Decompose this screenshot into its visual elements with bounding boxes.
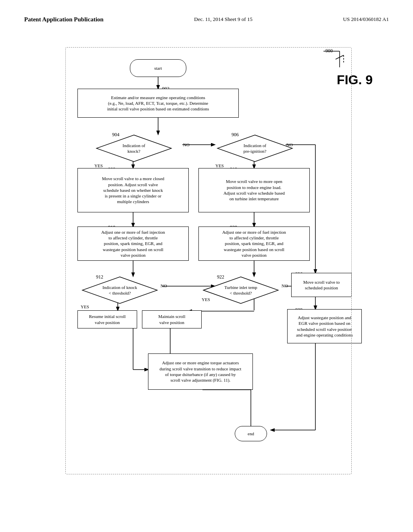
header: Patent Application Publication Dec. 11, … (24, 16, 389, 23)
header-center: Dec. 11, 2014 Sheet 9 of 15 (194, 16, 252, 23)
page: Patent Application Publication Dec. 11, … (0, 0, 413, 532)
diagram-border (65, 47, 352, 474)
header-left: Patent Application Publication (24, 16, 104, 23)
flowchart: 900 start 902 Estimate and/or measure en… (33, 47, 380, 490)
header-right: US 2014/0360182 A1 (343, 16, 389, 23)
